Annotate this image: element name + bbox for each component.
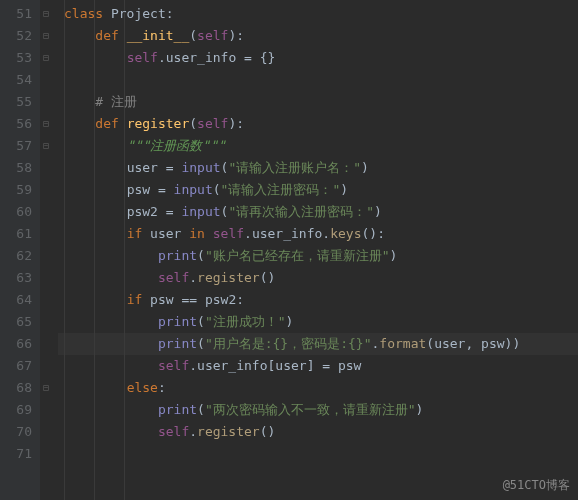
code-line[interactable]: print("注册成功！") — [64, 311, 578, 333]
code-line[interactable]: class Project: — [64, 3, 578, 25]
line-number: 67 — [12, 355, 32, 377]
code-line[interactable]: psw2 = input("请再次输入注册密码：") — [64, 201, 578, 223]
code-area[interactable]: class Project: def __init__(self): self.… — [58, 0, 578, 500]
line-number: 61 — [12, 223, 32, 245]
fold-icon[interactable]: ⊟ — [43, 3, 49, 25]
line-number: 59 — [12, 179, 32, 201]
code-line[interactable]: if user in self.user_info.keys(): — [64, 223, 578, 245]
fold-icon[interactable]: ⊟ — [43, 135, 49, 157]
code-line[interactable]: user = input("请输入注册账户名：") — [64, 157, 578, 179]
code-line[interactable]: # 注册 — [64, 91, 578, 113]
code-line[interactable]: self.register() — [64, 267, 578, 289]
code-line[interactable]: else: — [64, 377, 578, 399]
line-number: 66 — [12, 333, 32, 355]
line-number: 57 — [12, 135, 32, 157]
code-editor: 51 52 53 54 55 56 57 58 59 60 61 62 63 6… — [0, 0, 578, 500]
fold-icon[interactable]: ⊟ — [43, 377, 49, 399]
line-number: 71 — [12, 443, 32, 465]
code-line[interactable] — [64, 443, 578, 465]
code-line[interactable]: print("两次密码输入不一致，请重新注册") — [64, 399, 578, 421]
fold-column: ⊟ ⊟ ⊟ ⊟ ⊟ ⊟ — [40, 0, 58, 500]
line-number: 56 — [12, 113, 32, 135]
line-number: 63 — [12, 267, 32, 289]
code-line[interactable]: def register(self): — [64, 113, 578, 135]
code-line[interactable]: self.user_info[user] = psw — [64, 355, 578, 377]
code-line[interactable]: self.register() — [64, 421, 578, 443]
fold-icon[interactable]: ⊟ — [43, 47, 49, 69]
line-number: 60 — [12, 201, 32, 223]
fold-icon[interactable]: ⊟ — [43, 113, 49, 135]
line-number: 62 — [12, 245, 32, 267]
line-number: 54 — [12, 69, 32, 91]
code-line[interactable]: self.user_info = {} — [64, 47, 578, 69]
line-number-gutter: 51 52 53 54 55 56 57 58 59 60 61 62 63 6… — [0, 0, 40, 500]
line-number: 58 — [12, 157, 32, 179]
line-number: 55 — [12, 91, 32, 113]
code-line[interactable]: psw = input("请输入注册密码：") — [64, 179, 578, 201]
line-number: 65 — [12, 311, 32, 333]
line-number: 69 — [12, 399, 32, 421]
code-line[interactable]: print("账户名已经存在，请重新注册") — [64, 245, 578, 267]
watermark: @51CTO博客 — [503, 477, 570, 494]
line-number: 51 — [12, 3, 32, 25]
code-line[interactable]: def __init__(self): — [64, 25, 578, 47]
code-line[interactable] — [64, 69, 578, 91]
line-number: 52 — [12, 25, 32, 47]
fold-icon[interactable]: ⊟ — [43, 25, 49, 47]
line-number: 53 — [12, 47, 32, 69]
line-number: 70 — [12, 421, 32, 443]
line-number: 68 — [12, 377, 32, 399]
code-line[interactable]: """注册函数""" — [64, 135, 578, 157]
line-number: 64 — [12, 289, 32, 311]
code-line[interactable]: if psw == psw2: — [64, 289, 578, 311]
